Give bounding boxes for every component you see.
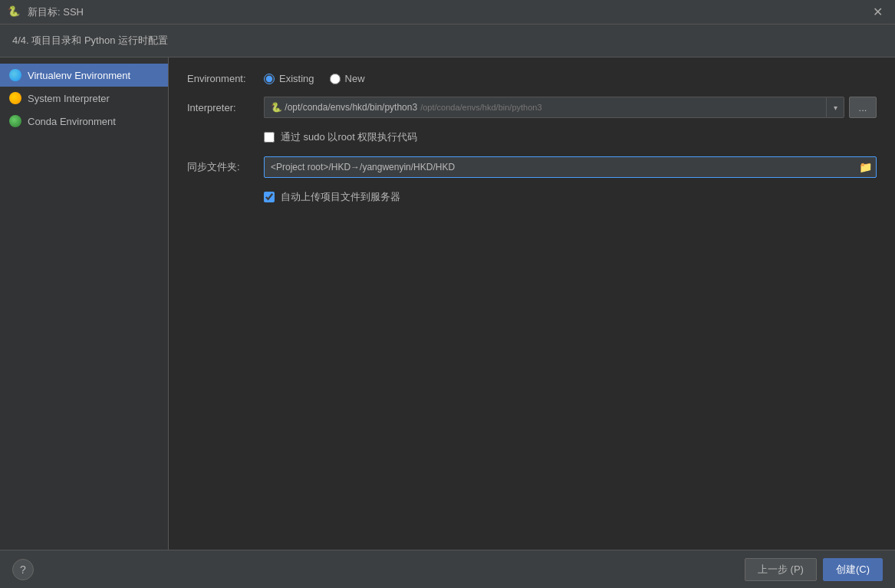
sudo-checkbox-row: 通过 sudo 以root 权限执行代码 bbox=[264, 130, 877, 144]
bottom-bar: ? 上一步 (P) 创建(C) bbox=[0, 550, 895, 588]
interpreter-control: 🐍 /opt/conda/envs/hkd/bin/python3 /opt/c… bbox=[264, 97, 877, 118]
interpreter-browse-button[interactable]: ... bbox=[849, 97, 877, 118]
bottom-actions: 上一步 (P) 创建(C) bbox=[745, 558, 883, 581]
sync-browse-icon[interactable]: 📁 bbox=[856, 159, 875, 175]
dropdown-arrow-icon: ▾ bbox=[834, 103, 837, 112]
step-header: 4/4. 项目目录和 Python 运行时配置 bbox=[0, 25, 895, 57]
sync-folder-label: 同步文件夹: bbox=[187, 160, 264, 174]
interpreter-label: Interpreter: bbox=[187, 102, 264, 113]
create-button[interactable]: 创建(C) bbox=[823, 558, 883, 581]
interpreter-main-path: 🐍 /opt/conda/envs/hkd/bin/python3 bbox=[271, 102, 417, 113]
interpreter-dropdown-button[interactable]: ▾ bbox=[826, 97, 844, 118]
close-button[interactable]: ✕ bbox=[868, 3, 887, 21]
sync-folder-input[interactable] bbox=[264, 156, 877, 178]
app-icon: 🐍 bbox=[8, 5, 21, 19]
radio-existing-option[interactable]: Existing bbox=[264, 73, 314, 84]
sidebar-item-virtualenv[interactable]: Virtualenv Environment bbox=[0, 64, 168, 87]
sudo-checkbox[interactable] bbox=[264, 132, 275, 143]
conda-icon bbox=[9, 115, 21, 127]
radio-new-option[interactable]: New bbox=[330, 73, 365, 84]
help-button[interactable]: ? bbox=[12, 559, 34, 580]
step-header-text: 4/4. 项目目录和 Python 运行时配置 bbox=[12, 34, 168, 46]
radio-existing-input[interactable] bbox=[264, 74, 275, 84]
radio-new-label: New bbox=[345, 73, 365, 84]
environment-row: Environment: Existing New bbox=[187, 73, 877, 84]
environment-label: Environment: bbox=[187, 73, 264, 84]
sidebar-item-system[interactable]: System Interpreter bbox=[0, 87, 168, 110]
interpreter-row: Interpreter: 🐍 /opt/conda/envs/hkd/bin/p… bbox=[187, 97, 877, 118]
system-icon bbox=[9, 92, 21, 104]
auto-upload-checkbox[interactable] bbox=[264, 192, 275, 202]
interpreter-sub-path: /opt/conda/envs/hkd/bin/python3 bbox=[420, 103, 541, 112]
auto-upload-checkbox-label[interactable]: 自动上传项目文件到服务器 bbox=[281, 190, 400, 204]
sync-input-wrapper: 📁 bbox=[264, 156, 877, 178]
radio-group: Existing New bbox=[264, 73, 365, 84]
sidebar-item-label-virtualenv: Virtualenv Environment bbox=[28, 70, 130, 81]
radio-new-input[interactable] bbox=[330, 74, 341, 84]
radio-existing-label: Existing bbox=[279, 73, 314, 84]
title-bar-left: 🐍 新目标: SSH bbox=[8, 5, 84, 19]
sidebar-item-conda[interactable]: Conda Environment bbox=[0, 110, 168, 133]
title-bar-title: 新目标: SSH bbox=[28, 5, 84, 19]
sync-folder-row: 同步文件夹: 📁 bbox=[187, 156, 877, 178]
prev-button[interactable]: 上一步 (P) bbox=[745, 558, 817, 581]
sidebar-item-label-conda: Conda Environment bbox=[28, 116, 116, 127]
auto-upload-checkbox-row: 自动上传项目文件到服务器 bbox=[264, 190, 877, 204]
main-layout: Virtualenv Environment System Interprete… bbox=[0, 57, 895, 550]
sidebar: Virtualenv Environment System Interprete… bbox=[0, 57, 169, 550]
interpreter-display[interactable]: 🐍 /opt/conda/envs/hkd/bin/python3 /opt/c… bbox=[264, 97, 826, 118]
content-area: Environment: Existing New Interpreter: 🐍… bbox=[169, 57, 895, 550]
sudo-checkbox-label[interactable]: 通过 sudo 以root 权限执行代码 bbox=[281, 130, 417, 144]
interpreter-select-container: 🐍 /opt/conda/envs/hkd/bin/python3 /opt/c… bbox=[264, 97, 844, 118]
title-bar: 🐍 新目标: SSH ✕ bbox=[0, 0, 895, 25]
sidebar-item-label-system: System Interpreter bbox=[28, 93, 110, 104]
virtualenv-icon bbox=[9, 69, 21, 81]
